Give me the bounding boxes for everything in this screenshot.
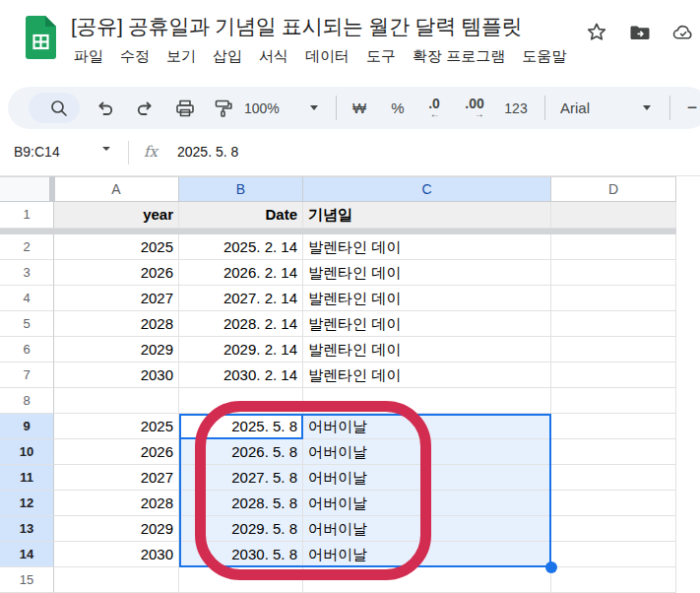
cell-A11[interactable]: 2027 [54,465,179,491]
star-button[interactable] [585,21,608,44]
cell-D14[interactable] [551,542,676,567]
search-icon[interactable] [47,87,71,129]
cell-A10[interactable]: 2026 [54,439,179,465]
cell-A5[interactable]: 2028 [54,311,179,337]
row-header-1[interactable]: 1 [0,202,54,229]
cell-A12[interactable]: 2028 [54,491,179,516]
row-header-15[interactable]: 15 [0,567,54,593]
cell-C6[interactable]: 발렌타인 데이 [303,337,551,362]
cell-A15[interactable] [54,567,179,593]
cell-C13[interactable]: 어버이날 [303,516,551,542]
cell-A7[interactable]: 2030 [54,362,179,388]
cell-B15[interactable] [179,567,303,593]
print-button[interactable] [173,87,197,129]
cell-B8[interactable] [179,388,303,414]
menu-view[interactable]: 보기 [166,47,196,66]
row-header-4[interactable]: 4 [0,286,54,311]
cell-D15[interactable] [551,567,676,593]
cell-B10[interactable]: 2026. 5. 8 [179,439,303,465]
row-header-3[interactable]: 3 [0,260,54,286]
decrease-font-size-button[interactable]: − [687,87,698,129]
name-box[interactable]: B9:C14 [14,129,60,175]
more-formats-button[interactable]: 123 [504,87,527,129]
row-header-9[interactable]: 9 [0,414,54,439]
cell-C8[interactable] [303,388,551,414]
cell-B4[interactable]: 2027. 2. 14 [179,286,303,311]
cell-C12[interactable]: 어버이날 [303,491,551,516]
currency-format-button[interactable]: ₩ [352,87,366,129]
row-header-10[interactable]: 10 [0,439,54,465]
decrease-decimal-button[interactable]: .0← [428,87,440,129]
cell-C1[interactable]: 기념일 [303,202,551,229]
menu-data[interactable]: 데이터 [305,47,350,66]
cell-D12[interactable] [551,491,676,516]
cell-D11[interactable] [551,465,676,491]
row-header-6[interactable]: 6 [0,337,54,362]
cell-C7[interactable]: 발렌타인 데이 [303,362,551,388]
row-header-12[interactable]: 12 [0,491,54,516]
menu-extensions[interactable]: 확장 프로그램 [413,47,505,66]
cell-C15[interactable] [303,567,551,593]
row-header-8[interactable]: 8 [0,388,54,414]
cell-B14[interactable]: 2030. 5. 8 [179,542,303,567]
cell-A1[interactable]: year [54,202,179,229]
cell-D13[interactable] [551,516,676,542]
cell-C3[interactable]: 발렌타인 데이 [303,260,551,286]
row-header-5[interactable]: 5 [0,311,54,337]
cell-A4[interactable]: 2027 [54,286,179,311]
column-header-B[interactable]: B [179,176,303,202]
menu-file[interactable]: 파일 [74,47,103,66]
column-header-A[interactable]: A [54,176,179,202]
menu-edit[interactable]: 수정 [120,47,150,66]
cell-D1[interactable] [551,202,676,229]
move-to-folder-button[interactable] [628,21,652,44]
cell-D4[interactable] [551,286,676,311]
cell-D6[interactable] [551,337,676,362]
name-box-caret-icon[interactable] [102,151,110,168]
cell-C10[interactable]: 어버이날 [303,439,551,465]
cell-C4[interactable]: 발렌타인 데이 [303,286,551,311]
zoom-value[interactable]: 100% [244,87,280,129]
percent-format-button[interactable]: % [391,87,404,129]
font-select[interactable]: Arial [560,87,590,129]
column-header-D[interactable]: D [551,176,676,202]
cell-D7[interactable] [551,362,676,388]
cell-B3[interactable]: 2026. 2. 14 [179,260,303,286]
cell-D9[interactable] [551,414,676,439]
cell-A13[interactable]: 2029 [54,516,179,542]
cloud-saved-status-icon[interactable] [671,21,695,44]
cell-A8[interactable] [54,388,179,414]
cell-B7[interactable]: 2030. 2. 14 [179,362,303,388]
cell-B11[interactable]: 2027. 5. 8 [179,465,303,491]
row-header-14[interactable]: 14 [0,542,54,567]
undo-button[interactable] [94,87,117,129]
sheets-logo-icon[interactable] [26,16,56,59]
cell-D2[interactable] [551,234,676,260]
menu-format[interactable]: 서식 [259,47,288,66]
cell-B6[interactable]: 2029. 2. 14 [179,337,303,362]
cell-D10[interactable] [551,439,676,465]
zoom-dropdown-caret-icon[interactable] [310,87,318,129]
menu-insert[interactable]: 삽입 [213,47,242,66]
cell-D3[interactable] [551,260,676,286]
cell-B12[interactable]: 2028. 5. 8 [179,491,303,516]
cell-B2[interactable]: 2025. 2. 14 [179,234,303,260]
select-all-corner[interactable] [0,176,54,202]
menu-tools[interactable]: 도구 [366,47,396,66]
cell-A2[interactable]: 2025 [54,234,179,260]
redo-button[interactable] [133,87,157,129]
cell-C14[interactable]: 어버이날 [303,542,551,567]
font-dropdown-caret-icon[interactable] [643,87,651,129]
freeze-handle[interactable] [49,176,55,202]
cell-A14[interactable]: 2030 [54,542,179,567]
formula-input[interactable]: 2025. 5. 8 [177,129,238,175]
cell-A9[interactable]: 2025 [54,414,179,439]
cell-B1[interactable]: Date [179,202,303,229]
row-header-13[interactable]: 13 [0,516,54,542]
cell-B5[interactable]: 2028. 2. 14 [179,311,303,337]
cell-B9[interactable]: 2025. 5. 8 [179,414,303,439]
cell-D8[interactable] [551,388,676,414]
row-header-7[interactable]: 7 [0,362,54,388]
menu-help[interactable]: 도움말 [522,47,566,66]
cell-C11[interactable]: 어버이날 [303,465,551,491]
